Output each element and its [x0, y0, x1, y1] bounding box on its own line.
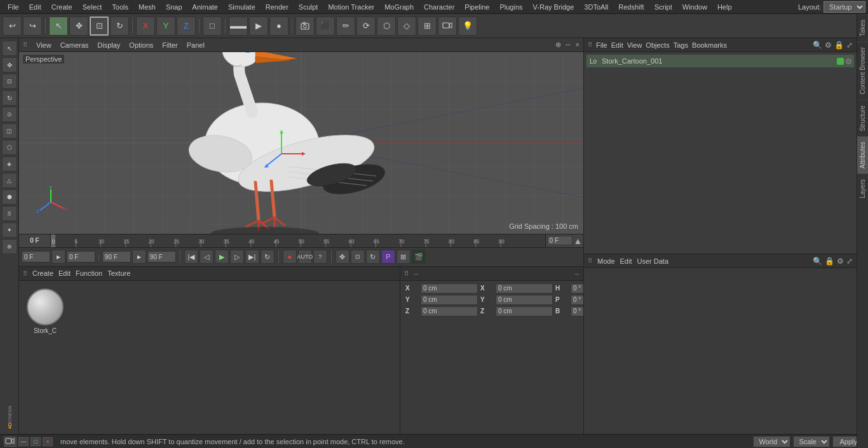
- transport-play-button[interactable]: ▶: [215, 250, 229, 264]
- menu-simulate[interactable]: Simulate: [223, 2, 261, 12]
- camera-button[interactable]: [295, 17, 315, 36]
- menu-snap[interactable]: Snap: [161, 2, 187, 12]
- menu-render[interactable]: Render: [261, 2, 294, 12]
- sidebar-icon11[interactable]: ✦: [2, 222, 17, 238]
- viewport-menu-view[interactable]: View: [34, 40, 54, 50]
- menu-create[interactable]: Create: [46, 2, 78, 12]
- layout-dropdown[interactable]: Startup: [824, 1, 865, 13]
- objects-lock-icon[interactable]: 🔒: [834, 41, 844, 50]
- cube-button[interactable]: ⬛: [316, 17, 335, 36]
- attr-menu-mode[interactable]: Mode: [597, 257, 615, 265]
- coord-z-rot-input[interactable]: [496, 306, 553, 316]
- obj-menu-file[interactable]: File: [596, 41, 607, 49]
- transport-total-frame[interactable]: [147, 251, 176, 262]
- timeline-ruler[interactable]: 0 5 10 15 20 25 30 35: [51, 234, 545, 247]
- menu-3dtoall[interactable]: 3DToAll: [579, 2, 613, 12]
- menu-file[interactable]: File: [3, 2, 24, 12]
- transport-end-arrow[interactable]: ▶: [132, 250, 146, 264]
- material-thumbnail[interactable]: [27, 288, 64, 325]
- z-axis-button[interactable]: Z: [177, 17, 196, 36]
- attr-menu-edit[interactable]: Edit: [620, 257, 632, 265]
- window-restore-button[interactable]: □: [31, 437, 41, 446]
- coord-y-rot-input[interactable]: [496, 295, 553, 305]
- transport-start-frame[interactable]: [22, 251, 50, 262]
- viewport-arrows-icon[interactable]: ↔: [565, 41, 572, 49]
- attr-lock-icon[interactable]: 🔒: [825, 257, 834, 266]
- viewport-expand-icon[interactable]: ⊕: [555, 41, 561, 49]
- sidebar-icon4[interactable]: ⊙: [2, 107, 17, 122]
- menu-redshift[interactable]: Redshift: [613, 2, 649, 12]
- coord-x-pos-input[interactable]: [421, 283, 478, 294]
- mat-menu-function[interactable]: Function: [76, 269, 102, 277]
- transport-render-icon[interactable]: 🎬: [412, 250, 426, 264]
- x-axis-button[interactable]: X: [136, 17, 155, 36]
- obj-menu-objects[interactable]: Objects: [646, 41, 669, 49]
- sidebar-rotate-icon[interactable]: ↻: [2, 90, 17, 105]
- viewport-menu-options[interactable]: Options: [126, 40, 156, 50]
- menu-tools[interactable]: Tools: [107, 2, 133, 12]
- menu-motion-tracker[interactable]: Motion Tracker: [323, 2, 379, 12]
- y-axis-button[interactable]: Y: [156, 17, 175, 36]
- sidebar-icon7[interactable]: ◈: [2, 156, 17, 172]
- sidebar-icon6[interactable]: ⬡: [2, 140, 17, 155]
- loop-button[interactable]: ⟳: [356, 17, 376, 36]
- grid-button[interactable]: ⊞: [417, 17, 437, 36]
- timeline-frame-input[interactable]: [547, 236, 573, 245]
- select2-button[interactable]: ⬡: [377, 17, 396, 36]
- sidebar-icon5[interactable]: ◫: [2, 123, 17, 139]
- attr-gear-icon[interactable]: ⚙: [837, 257, 844, 266]
- transport-mid-frame[interactable]: [67, 251, 95, 262]
- sidebar-icon12[interactable]: ⊕: [2, 239, 17, 254]
- mat-menu-create[interactable]: Create: [32, 269, 53, 277]
- tab-attributes[interactable]: Attributes: [857, 136, 868, 173]
- menu-mograph[interactable]: MoGraph: [379, 2, 419, 12]
- menu-plugins[interactable]: Plugins: [494, 2, 527, 12]
- move-tool-button[interactable]: ✥: [69, 17, 88, 36]
- objects-gear-icon[interactable]: ⚙: [825, 41, 832, 50]
- objects-search-icon[interactable]: 🔍: [813, 41, 822, 50]
- viewport-menu-panel[interactable]: Panel: [184, 40, 207, 50]
- menu-help[interactable]: Help: [712, 2, 737, 12]
- coord-y-pos-input[interactable]: [421, 295, 478, 305]
- viewport[interactable]: Perspective Grid Spacing : 100 cm X Y Z: [19, 52, 583, 234]
- redo-button[interactable]: ↪: [23, 17, 42, 36]
- attr-menu-user-data[interactable]: User Data: [637, 257, 669, 265]
- menu-pipeline[interactable]: Pipeline: [459, 2, 494, 12]
- select-tool-button[interactable]: ↖: [49, 17, 68, 36]
- menu-character[interactable]: Character: [419, 2, 459, 12]
- sidebar-select-icon[interactable]: ↖: [2, 41, 17, 56]
- obj-menu-bookmarks[interactable]: Bookmarks: [692, 41, 727, 49]
- mat-menu-edit[interactable]: Edit: [58, 269, 71, 277]
- obj-menu-view[interactable]: View: [627, 41, 642, 49]
- transport-start-arrow[interactable]: ▶: [51, 250, 65, 264]
- sidebar-scale-icon[interactable]: ⊡: [2, 74, 17, 89]
- sidebar-move-icon[interactable]: ✥: [2, 57, 17, 72]
- tab-layers[interactable]: Layers: [857, 173, 868, 203]
- playback-button[interactable]: ▶: [249, 17, 268, 36]
- menu-vray[interactable]: V-Ray Bridge: [528, 2, 580, 12]
- object-item-stork[interactable]: Lo Stork_Cartoon_001: [587, 55, 854, 67]
- undo-button[interactable]: ↩: [3, 17, 22, 36]
- transport-grid-button[interactable]: ⊞: [397, 250, 410, 264]
- viewport-close-icon[interactable]: ×: [576, 41, 580, 49]
- menu-mesh[interactable]: Mesh: [133, 2, 161, 12]
- film-strip-button[interactable]: ▬▬: [229, 17, 248, 36]
- attr-expand-icon[interactable]: ⤢: [846, 257, 853, 266]
- coord-z-pos-input[interactable]: [421, 306, 478, 316]
- menu-script[interactable]: Script: [649, 2, 677, 12]
- sidebar-icon10[interactable]: S: [2, 206, 17, 221]
- window-minimize-button[interactable]: —: [18, 437, 29, 446]
- menu-window[interactable]: Window: [677, 2, 712, 12]
- window-close-button[interactable]: ×: [43, 437, 53, 446]
- transport-scale-button[interactable]: ⊡: [351, 250, 365, 264]
- transport-rotate-button[interactable]: ↻: [366, 250, 380, 264]
- tab-structure[interactable]: Structure: [857, 100, 868, 137]
- window-camera-icon[interactable]: [4, 437, 17, 447]
- transport-record-button[interactable]: ●: [283, 250, 297, 264]
- obj-menu-tags[interactable]: Tags: [674, 41, 688, 49]
- scale-tool-button[interactable]: ⊡: [90, 17, 109, 36]
- tab-content-browser[interactable]: Content Browser: [857, 41, 868, 99]
- objects-expand-icon[interactable]: ⤢: [846, 41, 853, 50]
- menu-select[interactable]: Select: [78, 2, 107, 12]
- timeline-frame-arrow[interactable]: ▲: [574, 236, 583, 246]
